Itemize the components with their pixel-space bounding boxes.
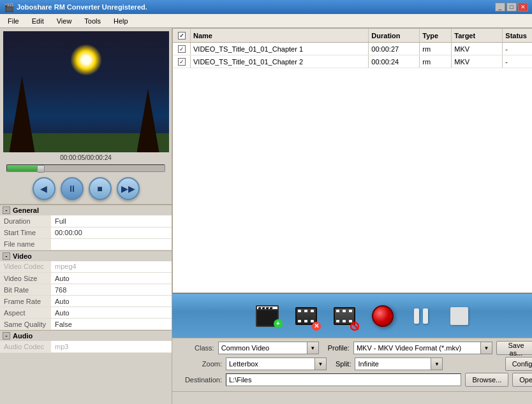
file-list-header: Name Duration Type Target Status [173, 29, 532, 43]
next-button[interactable]: ■ [89, 177, 112, 200]
start-time-label: Start Time [0, 227, 51, 238]
header-type: Type [420, 29, 452, 42]
cut-button[interactable] [329, 300, 360, 332]
row1-name: VIDEO_TS_Title_01_01_Chapter 1 [191, 43, 369, 55]
app-title: Joboshare RM Converter Unregistered. [17, 3, 147, 11]
main-content: 00:00:05/00:00:24 ◀ ⏸ ■ ▶▶ - General [0, 28, 532, 404]
same-quality-label: Same Quality [0, 319, 51, 330]
zoom-select[interactable]: Letterbox [226, 357, 315, 370]
class-dropdown-arrow[interactable]: ▼ [307, 342, 319, 354]
right-panel: Name Duration Type Target Status [172, 28, 532, 404]
aspect-value: Auto [51, 307, 172, 319]
video-collapse[interactable]: - [3, 252, 10, 260]
zoom-dropdown-arrow[interactable]: ▼ [315, 357, 327, 370]
browse-button[interactable]: Browse... [465, 373, 508, 387]
destination-input[interactable]: L:\Files [226, 373, 461, 386]
table-row: Bit Rate 768 [0, 284, 172, 296]
zoom-label: Zoom: [177, 360, 222, 368]
remove-badge: ✕ [312, 322, 321, 331]
destination-label: Destination: [177, 376, 222, 384]
split-dropdown-arrow[interactable]: ▼ [431, 357, 443, 370]
split-select-wrapper[interactable]: Infinite ▼ [355, 357, 443, 370]
maximize-button[interactable]: □ [506, 3, 517, 11]
open-button[interactable]: Open... [512, 373, 532, 387]
row2-duration: 00:00:24 [369, 55, 420, 68]
close-button[interactable]: ✕ [518, 3, 528, 11]
destination-row: Destination: L:\Files Browse... Open... [177, 373, 532, 387]
table-row: Video Size Auto [0, 273, 172, 284]
header-status: Status [503, 29, 532, 42]
seekbar-thumb[interactable] [37, 165, 45, 173]
add-icon: + [256, 305, 280, 327]
row2-target: MKV [452, 55, 503, 68]
player-controls: ◀ ⏸ ■ ▶▶ [0, 173, 172, 204]
header-check[interactable] [173, 29, 191, 42]
convert-button[interactable] [367, 300, 399, 332]
seekbar[interactable] [6, 164, 165, 172]
profile-dropdown-arrow[interactable]: ▼ [481, 342, 492, 354]
zoom-select-wrapper[interactable]: Letterbox ▼ [226, 357, 327, 370]
row1-duration: 00:00:27 [369, 43, 420, 55]
remove-button[interactable]: ✕ [290, 300, 322, 332]
cut-badge [350, 322, 359, 331]
header-duration: Duration [369, 29, 420, 42]
audio-section-header: - Audio [0, 330, 172, 341]
frame-rate-label: Frame Rate [0, 296, 51, 307]
prev-button[interactable]: ◀ [33, 177, 55, 200]
menu-view[interactable]: View [50, 16, 78, 26]
video-section-header: - Video [0, 250, 172, 261]
bit-rate-label: Bit Rate [0, 284, 51, 296]
profile-select-wrapper[interactable]: MKV - MKV Video Format (*.mkv) ▼ [353, 342, 492, 354]
forward-button[interactable]: ▶▶ [117, 177, 140, 200]
status-text [175, 392, 532, 404]
video-canvas [3, 31, 169, 152]
row1-checkbox[interactable] [178, 45, 186, 53]
stop-button[interactable] [443, 300, 475, 332]
add-button[interactable]: + [252, 300, 284, 332]
seekbar-container[interactable] [0, 164, 172, 172]
table-row: Video Codec mpeg4 [0, 261, 172, 273]
duration-value: Full [51, 215, 172, 227]
menu-tools[interactable]: Tools [78, 16, 107, 26]
row1-target: MKV [452, 43, 503, 55]
pause-icon [411, 307, 431, 326]
row1-check[interactable] [173, 43, 191, 55]
class-select-wrapper[interactable]: Common Video ▼ [218, 342, 319, 354]
toolbar-area: + ✕ [172, 293, 532, 338]
header-target: Target [452, 29, 503, 42]
class-profile-row: Class: Common Video ▼ Profile: MKV - MKV… [177, 341, 532, 355]
video-label: Video [13, 252, 32, 260]
aspect-label: Aspect [0, 307, 51, 319]
split-select[interactable]: Infinite [355, 357, 431, 370]
class-select[interactable]: Common Video [218, 342, 307, 354]
same-quality-value: False [51, 319, 172, 330]
general-collapse[interactable]: - [3, 206, 10, 214]
titlebar: 🎬 Joboshare RM Converter Unregistered. _… [0, 0, 532, 14]
audio-properties-table: Audio Codec mp3 [0, 341, 172, 353]
list-item[interactable]: VIDEO_TS_Title_01_01_Chapter 1 00:00:27 … [173, 43, 532, 55]
add-badge: + [274, 319, 283, 328]
titlebar-left: 🎬 Joboshare RM Converter Unregistered. [4, 3, 147, 12]
minimize-button[interactable]: _ [495, 3, 505, 11]
row2-status: - [503, 55, 532, 68]
left-panel: 00:00:05/00:00:24 ◀ ⏸ ■ ▶▶ - General [0, 28, 172, 404]
row2-checkbox[interactable] [178, 58, 186, 66]
menu-help[interactable]: Help [107, 16, 135, 26]
pause-bar-left [414, 308, 419, 324]
seekbar-fill [7, 165, 38, 171]
video-size-label: Video Size [0, 273, 51, 284]
audio-collapse[interactable]: - [3, 332, 10, 340]
row2-check[interactable] [173, 55, 191, 68]
menu-file[interactable]: File [1, 16, 26, 26]
configure-button[interactable]: Configure [505, 357, 532, 371]
select-all-checkbox[interactable] [178, 32, 186, 40]
menu-edit[interactable]: Edit [26, 16, 50, 26]
list-item[interactable]: VIDEO_TS_Title_01_01_Chapter 2 00:00:24 … [173, 55, 532, 68]
start-time-value: 00:00:00 [51, 227, 172, 238]
pause-convert-button[interactable] [405, 300, 437, 332]
bit-rate-value: 768 [51, 284, 172, 296]
save-as-button[interactable]: Save as... [496, 341, 532, 355]
profile-select[interactable]: MKV - MKV Video Format (*.mkv) [353, 342, 481, 354]
pause-button[interactable]: ⏸ [61, 177, 84, 200]
header-name: Name [191, 29, 369, 42]
